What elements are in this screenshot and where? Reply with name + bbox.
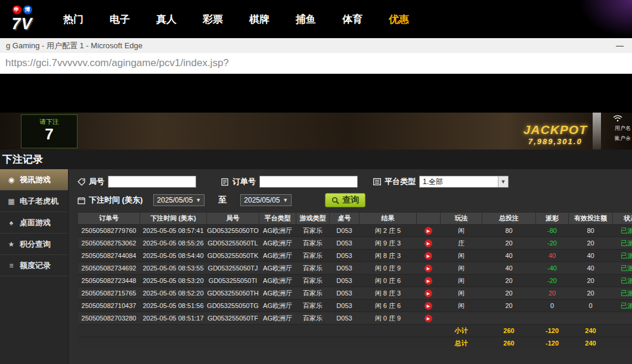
date-to-select[interactable]: 2025/05/05 ▼ — [240, 194, 292, 206]
cell-table-no: D053 — [330, 275, 360, 287]
cell-status — [613, 312, 632, 325]
cell-result: 闲 2 庄 5 — [360, 225, 417, 237]
cell-table-no: D053 — [330, 300, 360, 312]
logo-badge-bo: 博 — [23, 5, 32, 14]
cell-valid-bet: 40 — [569, 262, 613, 275]
cell-round-no: GD053255050TO — [207, 225, 259, 237]
nav-item-6[interactable]: 捕鱼 — [296, 13, 316, 26]
brand-logo[interactable]: 申 博 7V — [2, 4, 42, 35]
date-from-select[interactable]: 2025/05/05 ▼ — [153, 194, 205, 206]
cell-status — [613, 325, 632, 337]
order-no-input[interactable] — [259, 176, 358, 188]
cell-payout: -20 — [536, 275, 569, 287]
cell-round-no: GD053255050TI — [207, 275, 259, 287]
play-video-icon[interactable]: ▶ — [425, 239, 432, 247]
cell-bet-side: 闲 — [441, 262, 482, 275]
cell-video: ▶ — [417, 225, 441, 237]
sidebar-item-label: 视讯游戏 — [20, 175, 51, 185]
cell-status: 已派彩 — [613, 275, 632, 287]
cell-video: ▶ — [417, 250, 441, 262]
play-video-icon[interactable]: ▶ — [425, 265, 432, 272]
top-navigation: 申 博 7V 热门电子真人彩票棋牌捕鱼体育优惠 — [0, 0, 632, 38]
cell-order-no: 250505082744084 — [78, 250, 140, 262]
address-bar[interactable]: https://gci.7vvvvvv.com/agingame/pcv1/in… — [0, 53, 632, 74]
tag-icon — [78, 178, 86, 186]
minimize-button[interactable]: — — [614, 41, 626, 50]
list-icon — [373, 178, 382, 185]
account-info-line: 账户余 — [615, 135, 631, 142]
date-from-value: 2025/05/05 — [157, 196, 193, 204]
cell-platform: AG欧洲厅 — [259, 225, 296, 237]
content-area: ◉视讯游戏▦电子老虎机♠桌面游戏★积分查询≡额度记录 局号 订单号 平台类型 — [0, 169, 632, 364]
column-header: 订单号 — [78, 213, 140, 225]
cell-game-type: 百家乐 — [296, 237, 330, 250]
cell-bet-time: 2025-05-05 08:53:20 — [140, 275, 207, 287]
nav-item-4[interactable]: 彩票 — [203, 13, 223, 26]
table-row: 2505050827104372025-05-05 08:51:56GD0532… — [78, 300, 632, 312]
cell-status: 已派彩 — [613, 237, 632, 250]
bet-countdown-widget: 请下注 7 — [21, 114, 78, 148]
cell-bet-side: 闲 — [441, 300, 482, 312]
cell-bet-time: 2025-05-05 08:55:26 — [140, 237, 207, 250]
sidebar-item[interactable]: ♠桌面游戏 — [0, 212, 68, 234]
nav-item-3[interactable]: 真人 — [156, 13, 176, 26]
cell-order-no: 250505082710437 — [78, 300, 140, 312]
cell-valid-bet — [569, 312, 613, 325]
sidebar-item[interactable]: ▦电子老虎机 — [0, 191, 68, 212]
cell-platform: AG欧洲厅 — [259, 275, 296, 287]
calendar-icon — [78, 197, 86, 204]
cell-valid-bet: 20 — [569, 287, 613, 300]
total-row-spacer — [78, 325, 441, 337]
platform-select[interactable]: 1.全部 ▼ — [419, 176, 509, 188]
nav-item-8[interactable]: 优惠 — [389, 13, 409, 26]
chevron-down-icon: ▼ — [196, 197, 201, 203]
sidebar-item[interactable]: ◉视讯游戏 — [0, 169, 68, 191]
column-header — [417, 213, 441, 225]
cell-payout — [536, 312, 569, 325]
jackpot-label: JACKPOT — [523, 123, 587, 137]
total-row-label: 小计 — [441, 325, 482, 337]
grand-total-row: 总计260-120240 — [78, 337, 632, 350]
payout-sum: -120 — [536, 337, 569, 350]
nav-item-7[interactable]: 体育 — [342, 13, 363, 26]
search-icon — [332, 197, 339, 204]
cell-table-no: D053 — [330, 312, 360, 325]
cell-game-type: 百家乐 — [296, 300, 330, 312]
wifi-icon — [613, 115, 622, 122]
cell-order-no: 250505082734692 — [78, 262, 140, 275]
nav-item-2[interactable]: 电子 — [110, 13, 130, 26]
cell-payout: 20 — [536, 287, 569, 300]
play-video-icon[interactable]: ▶ — [425, 290, 432, 297]
table-row: 2505050827346922025-05-05 08:53:55GD0532… — [78, 262, 632, 275]
table-row: 2505050827234482025-05-05 08:53:20GD0532… — [78, 275, 632, 287]
table-row: 2505050827157652025-05-05 08:52:20GD0532… — [78, 287, 632, 300]
cell-total-bet: 20 — [482, 237, 536, 250]
window-titlebar: g Gaming - 用户配置 1 - Microsoft Edge — — [0, 38, 632, 53]
cell-table-no: D053 — [330, 237, 360, 250]
logo-badge-shen: 申 — [13, 5, 21, 14]
bet-countdown: 7 — [21, 126, 77, 142]
total-row-label: 总计 — [441, 337, 482, 350]
play-video-icon[interactable]: ▶ — [425, 252, 432, 260]
nav-item-1[interactable]: 热门 — [63, 13, 83, 26]
game-preview-area: 请下注 7 JACKPOT 7,989,301.0 用户名账户余 — [0, 74, 632, 150]
cell-order-no: 250505082723448 — [78, 275, 140, 287]
play-video-icon[interactable]: ▶ — [425, 277, 432, 285]
search-button[interactable]: 查询 — [325, 193, 365, 207]
play-video-icon[interactable]: ▶ — [425, 315, 432, 322]
cell-total-bet: 40 — [482, 250, 536, 262]
cell-platform: AG欧洲厅 — [259, 312, 296, 325]
cell-table-no: D053 — [330, 250, 360, 262]
column-header: 游戏类型 — [296, 213, 330, 225]
play-video-icon[interactable]: ▶ — [425, 227, 432, 235]
cell-bet-time: 2025-05-05 08:57:41 — [140, 225, 207, 237]
nav-item-5[interactable]: 棋牌 — [249, 13, 269, 26]
nav-menu: 热门电子真人彩票棋牌捕鱼体育优惠 — [63, 13, 409, 26]
sidebar-item[interactable]: ★积分查询 — [0, 234, 68, 255]
round-no-input[interactable] — [108, 176, 196, 188]
sidebar-item[interactable]: ≡额度记录 — [0, 255, 68, 276]
play-video-icon[interactable]: ▶ — [425, 302, 432, 310]
nav-decoration — [578, 0, 632, 38]
cell-order-no: 250505082703280 — [78, 312, 140, 325]
filter-row-1: 局号 订单号 平台类型 1.全部 ▼ — [78, 175, 632, 188]
